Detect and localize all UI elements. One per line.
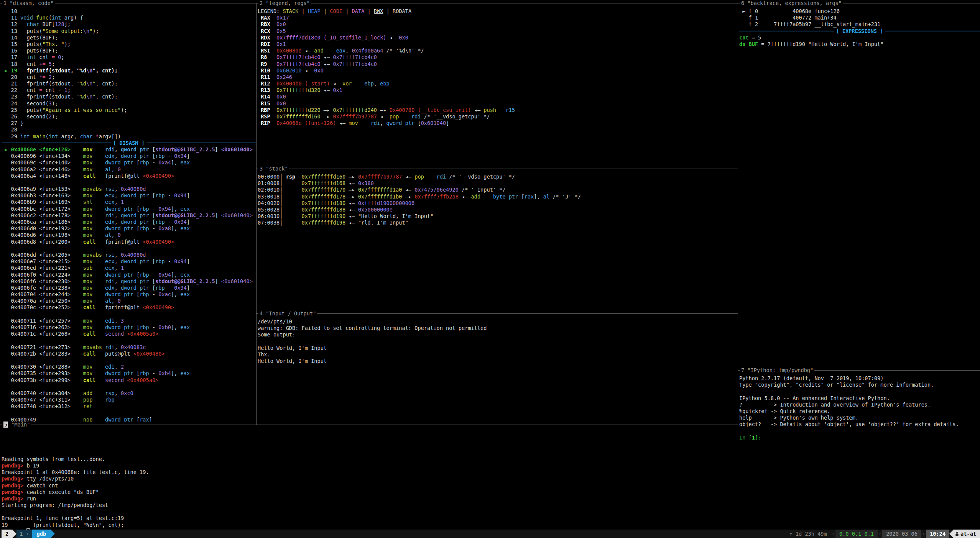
section-divider: [ EXPRESSIONS ] xyxy=(739,28,980,34)
terminal-line: 0x4006a4 <func+148> call fprintf@plt <0x… xyxy=(2,173,256,179)
terminal-line: ► 0x40068e <func+126> mov rdi, qword ptr… xyxy=(2,146,256,153)
terminal-line: f 2 7ffff7a05b97 __libc_start_main+231 xyxy=(739,21,980,28)
terminal-line: ? -> Introduction and overview of IPytho… xyxy=(739,402,980,408)
terminal-line: Some output: xyxy=(258,331,738,338)
terminal-line: 0x400730 <func+288> mov edi, 2 xyxy=(2,364,256,370)
terminal-line xyxy=(258,338,738,345)
pane-legend-regs[interactable]: LEGEND: STACK | HEAP | CODE | DATA | RWX… xyxy=(256,0,738,166)
load-average-label: 0.0 0.1 0.1 xyxy=(835,530,878,538)
pane-ipython[interactable]: Python 2.7.17 (default, Nov 7 2019, 10:0… xyxy=(738,367,980,530)
pane-border-vertical-left[interactable] xyxy=(256,3,257,425)
pane-main-console[interactable]: Reading symbols from test...done.pwndbg>… xyxy=(0,422,738,530)
pane-backtrace-expressions[interactable]: ► f 0 40068e func+126 f 1 400772 main+34… xyxy=(738,0,980,367)
pane-title-input-output: 4 "Input / Output" xyxy=(258,310,317,317)
terminal-line: In [1]: xyxy=(739,435,980,441)
chevron-left-icon: ‹ xyxy=(921,530,926,538)
hostname-badge: at-at xyxy=(954,530,980,538)
terminal-line: 0x4006d6 <func+198> mov al, 0 xyxy=(2,232,256,238)
terminal-line: RCX 0x5 xyxy=(258,28,738,34)
terminal-line: 0x4006e7 <func+215> mov ecx, dword ptr [… xyxy=(2,258,256,265)
pane-disasm-code[interactable]: 10 11 void func(int arg) { 12 char BUF[1… xyxy=(0,0,256,422)
terminal-line: f 1 400772 main+34 xyxy=(739,15,980,21)
pane-stack[interactable]: 00:0000│ rsp 0x7fffffffd160 —▸ 0x7ffff7b… xyxy=(256,166,738,310)
terminal-line: 0x400748 <func+312> ret xyxy=(2,403,256,410)
powerline-arrow-icon xyxy=(949,530,954,538)
terminal-line: R8 0x7ffff7fcb4c0 ◂— 0x7ffff7fcb4c0 xyxy=(258,54,738,61)
terminal-line: RIP 0x40068e (func+126) ◂— mov rdi, qwor… xyxy=(258,120,738,126)
tmux-window-index: 1› xyxy=(16,530,32,538)
terminal-line: 0x400740 <func+304> add rsp, 0xc0 xyxy=(2,390,256,397)
terminal-line xyxy=(739,388,980,395)
uptime-label: ↑ 1d 23h 49m xyxy=(786,530,831,538)
terminal-line xyxy=(2,337,256,344)
tmux-status-bar: 2 1› gdb ↑ 1d 23h 49m ‹ 0.0 0.1 0.1 ‹ 20… xyxy=(0,530,980,538)
terminal-line: 20 cnt *= 2; xyxy=(2,74,256,80)
section-divider: [ DISASM ] xyxy=(2,140,256,146)
terminal-line: 29 int main(int argc, char *argv[]) xyxy=(2,133,256,140)
terminal-line xyxy=(739,428,980,435)
terminal-line: 06:0030│ 0x7fffffffd190 ◂— "Hello World,… xyxy=(258,213,738,220)
terminal-line: 02:0010│ 0x7fffffffd170 —▸ 0x7fffffffd1a… xyxy=(258,187,738,193)
terminal-line: 0x4006d8 <func+200> call fprintf@plt <0x… xyxy=(2,239,256,245)
chevron-left-icon: ‹ xyxy=(831,530,835,538)
terminal-line: 0x400735 <func+293> mov dword ptr [rbp -… xyxy=(2,370,256,377)
terminal-line: help -> Python's own help system. xyxy=(739,415,980,421)
pane-title-legend-regs: 2 "legend, regs" xyxy=(258,0,311,7)
terminal-line: 01:0008│ 0x7fffffffd168 ◂— 0x380 xyxy=(258,180,738,187)
terminal-line: object? -> Details about 'object', use '… xyxy=(739,421,980,428)
terminal-line: Type "copyright", "credits" or "license"… xyxy=(739,382,980,388)
terminal-line: 03:0018│ 0x7fffffffd178 —▸ 0x7fffffffd1b… xyxy=(258,194,738,200)
terminal-line: 12 char BUF[128]; xyxy=(2,21,256,28)
terminal-line: 0x400704 <func+244> mov dword ptr [rbp -… xyxy=(2,291,256,298)
pane-border-io xyxy=(256,313,738,314)
terminal-line: 05:0028│ 0x7fffffffd188 ◂— 0x50000000e xyxy=(258,207,738,213)
terminal-line: RSI 0x40080d ◂— and eax, 0x4f000a64 /* '… xyxy=(258,48,738,54)
terminal-line: 21 fprintf(stdout, "%d\n", cnt); xyxy=(2,80,256,87)
terminal-line xyxy=(2,179,256,186)
terminal-line: Hello World, I'm Input xyxy=(258,358,738,364)
tmux-session-badge[interactable]: 2 xyxy=(2,530,12,538)
terminal-line: LEGEND: STACK | HEAP | CODE | DATA | RWX… xyxy=(258,8,738,15)
terminal-line: 18 cnt += 5; xyxy=(2,61,256,67)
terminal-line: 23 fprintf(stdout, "%d\n", cnt); xyxy=(2,93,256,100)
terminal-line: 0x40071c <func+268> call second <0x4005a… xyxy=(2,331,256,337)
terminal-line: ds BUF = 7fffffffd190 "Hello World, I'm … xyxy=(739,41,980,48)
terminal-line: R12 0x4004b0 (_start) ◂— xor ebp, ebp xyxy=(258,80,738,87)
terminal-line: 26 second(2); xyxy=(2,113,256,120)
terminal-line: pwndbg> cwatch execute "ds BUF" xyxy=(2,489,738,495)
terminal-line xyxy=(2,443,738,449)
terminal-line: 25 puts("Again as it was so nice"); xyxy=(2,107,256,113)
tmux-window-tab-gdb[interactable]: gdb xyxy=(32,530,51,538)
terminal-line: 14 gets(BUF); xyxy=(2,34,256,41)
terminal-line: 19 fprintf(stdout, "%d\n", cnt); xyxy=(2,522,738,528)
powerline-arrow-icon xyxy=(51,530,55,538)
terminal-line: 0x4006ed <func+221> sub ecx, 1 xyxy=(2,265,256,271)
terminal-line: Python 2.7.17 (default, Nov 7 2019, 10:0… xyxy=(739,375,980,382)
terminal-line: pwndbg> run xyxy=(2,495,738,502)
terminal-line: 0x4006a2 <func+146> mov al, 0 xyxy=(2,166,256,173)
terminal-line: pwndbg> cwatch cnt xyxy=(2,482,738,489)
terminal-line: R11 0x246 xyxy=(258,74,738,80)
terminal-line: 13 puts("Some output:\n"); xyxy=(2,28,256,34)
terminal-line: 0x40070c <func+252> call fprintf@plt <0x… xyxy=(2,304,256,311)
terminal-line: 27 } xyxy=(2,120,256,126)
pane-input-output[interactable]: /dev/pts/10warning: GDB: Failed to set c… xyxy=(256,310,738,422)
pane-border-vertical-right[interactable] xyxy=(738,3,738,530)
terminal-line: 0x40069c <func+140> mov dword ptr [rbp -… xyxy=(2,159,256,166)
terminal-line: R15 0x0 xyxy=(258,100,738,107)
up-arrow-icon: ↑ xyxy=(789,531,796,537)
time-label: 10:24 xyxy=(926,530,949,538)
terminal-line xyxy=(2,311,256,318)
terminal-line: %quickref -> Quick reference. xyxy=(739,408,980,415)
terminal-line: Hello World, I'm Input xyxy=(258,345,738,351)
pane-title-ipython: 7 "IPython: tmp/pwndbg" xyxy=(740,367,814,374)
pane-title-backtrace: 6 "backtrace, expressions, args" xyxy=(740,0,843,7)
terminal-line: R9 0x7ffff7fcb4c0 ◂— 0x7ffff7fcb4c0 xyxy=(258,61,738,67)
terminal-line: Reading symbols from test...done. xyxy=(2,456,738,463)
terminal-line: RBP 0x7fffffffd220 —▸ 0x7fffffffd240 —▸ … xyxy=(258,107,738,113)
lock-icon xyxy=(955,531,959,536)
powerline-arrow-icon xyxy=(12,530,16,538)
terminal-line: 15 puts("Thx. "); xyxy=(2,41,256,48)
terminal-line: 0x400696 <func+134> mov edx, dword ptr [… xyxy=(2,153,256,159)
chevron-right-icon: › xyxy=(23,531,29,537)
